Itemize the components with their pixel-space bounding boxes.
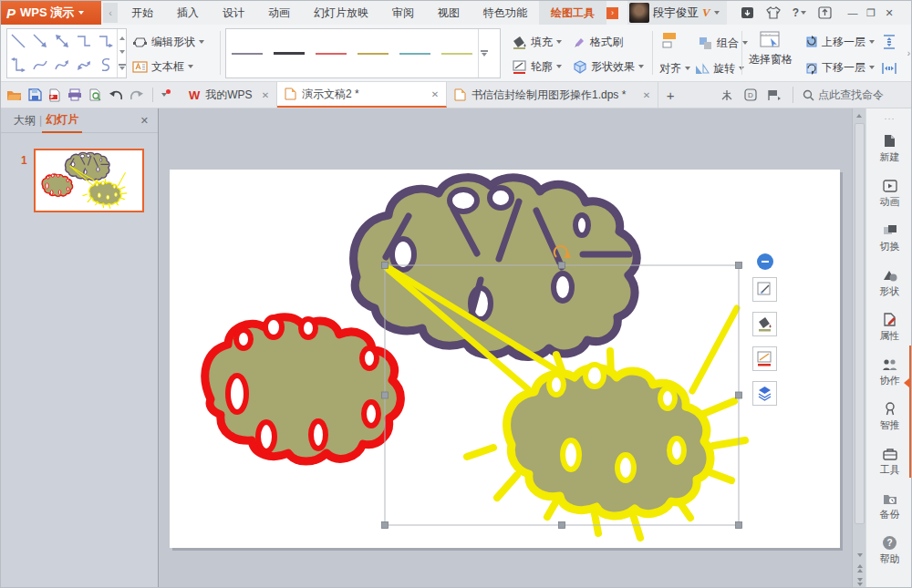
rail-item-animation[interactable]: 动画	[866, 171, 912, 216]
drawing-tools-arrow-icon[interactable]: ›	[606, 7, 618, 19]
line-gallery-more[interactable]	[478, 29, 490, 77]
canvas-area[interactable]	[159, 108, 852, 588]
distribute-vertical-button[interactable]	[882, 31, 896, 53]
selection-handle[interactable]	[382, 522, 389, 529]
close-tab-icon[interactable]: ✕	[643, 90, 650, 100]
tab-design[interactable]: 设计	[211, 1, 256, 25]
collapse-tabs-button[interactable]: ‹	[103, 3, 118, 23]
restore-button[interactable]: ❐	[862, 1, 880, 25]
elbow-connector-shape[interactable]	[73, 29, 95, 53]
selection-handle[interactable]	[382, 263, 389, 269]
curved-arrow-connector-shape[interactable]	[51, 53, 73, 77]
rail-item-help[interactable]: ? 帮助	[866, 529, 912, 573]
wps-logo[interactable]: P WPS 演示	[1, 1, 101, 25]
tab-home[interactable]: 开始	[119, 1, 165, 25]
rail-item-transition[interactable]: 切换	[866, 216, 912, 261]
vertical-scrollbar[interactable]	[852, 108, 865, 588]
float-arrange-layers-button[interactable]	[752, 381, 777, 406]
fullscreen-upload-icon[interactable]	[817, 6, 833, 20]
fill-button[interactable]: 填充	[512, 31, 562, 53]
slide-canvas[interactable]	[170, 170, 840, 548]
rail-handle-icon[interactable]: ···	[885, 114, 896, 127]
tab-view[interactable]: 视图	[426, 1, 472, 25]
close-tab-icon[interactable]: ✕	[431, 89, 439, 99]
close-button[interactable]: ✕	[880, 1, 898, 25]
bring-forward-button[interactable]: 上移一层	[803, 31, 875, 53]
line-style-option[interactable]	[226, 53, 268, 55]
line-style-option[interactable]	[352, 53, 394, 55]
rail-item-properties[interactable]: 属性	[866, 305, 912, 350]
shape-effects-button[interactable]: 形状效果	[573, 56, 644, 77]
slide-thumbnail-1[interactable]	[34, 149, 144, 212]
minimize-button[interactable]: —	[844, 1, 862, 25]
user-account[interactable]: 段宇俊亚 V	[627, 1, 727, 25]
group-button[interactable]: 组合	[698, 32, 748, 54]
rail-item-smart[interactable]: 智推	[866, 395, 912, 439]
rotate-button[interactable]: 旋转	[694, 57, 744, 79]
docer-rice-icon[interactable]	[720, 89, 733, 101]
docer-d-icon[interactable]: D	[744, 88, 757, 101]
print-icon[interactable]	[67, 88, 82, 101]
line-style-option[interactable]	[436, 53, 478, 55]
text-box-button[interactable]: 文本框	[132, 56, 193, 77]
outline-button[interactable]: 轮廓	[512, 56, 562, 77]
float-fill-button[interactable]	[752, 312, 777, 336]
rail-item-tools[interactable]: 工具	[866, 439, 912, 484]
selection-handle[interactable]	[559, 263, 565, 269]
new-tab-button[interactable]: +	[658, 82, 682, 108]
tab-animation[interactable]: 动画	[256, 1, 302, 25]
skin-shirt-icon[interactable]	[766, 6, 782, 20]
close-panel-icon[interactable]: ✕	[140, 115, 149, 127]
previous-slide-button[interactable]	[853, 562, 866, 575]
selection-handle[interactable]	[736, 392, 742, 398]
redo-icon[interactable]	[130, 89, 144, 101]
undo-icon[interactable]	[109, 89, 123, 101]
selection-pane-button[interactable]: 选择窗格	[745, 30, 796, 67]
customize-quick-access-button[interactable]	[161, 93, 167, 97]
next-slide-button[interactable]	[853, 575, 866, 588]
gallery-more-icon[interactable]	[119, 64, 126, 70]
selection-handle[interactable]	[382, 392, 389, 398]
s-curve-shape[interactable]	[95, 53, 117, 77]
open-folder-icon[interactable]	[6, 88, 22, 101]
rail-item-shape[interactable]: 形状	[866, 261, 912, 305]
tab-special-features[interactable]: 特色功能	[472, 1, 539, 25]
feedback-flag-icon[interactable]	[768, 89, 782, 101]
align-button[interactable]: 对齐	[659, 57, 690, 79]
line-style-option[interactable]	[394, 53, 436, 55]
float-edit-shape-button[interactable]	[752, 277, 777, 302]
send-backward-button[interactable]: 下移一层	[803, 57, 875, 78]
save-icon[interactable]	[28, 88, 42, 101]
format-painter-button[interactable]: 格式刷	[573, 31, 623, 53]
selection-handle[interactable]	[736, 263, 742, 269]
collapse-float-toolbar-button[interactable]	[757, 253, 773, 270]
tab-review[interactable]: 审阅	[380, 1, 426, 25]
scroll-up-button[interactable]	[853, 108, 866, 122]
rail-item-backup[interactable]: 备份	[866, 484, 912, 529]
slides-tab[interactable]: 幻灯片	[42, 108, 82, 133]
distribute-horizontal-button[interactable]	[882, 57, 896, 79]
double-arrow-shape[interactable]	[51, 29, 73, 53]
message-center-icon[interactable]	[740, 6, 755, 20]
help-menu[interactable]: ?	[793, 6, 806, 19]
outline-tab[interactable]: 大纲	[10, 113, 39, 129]
export-pdf-icon[interactable]	[48, 88, 61, 102]
gallery-scroll-down-icon[interactable]	[119, 50, 125, 54]
arrow-shape[interactable]	[29, 29, 51, 53]
gallery-scroll-up-icon[interactable]	[119, 36, 125, 40]
step-arrow-connector-shape[interactable]	[7, 53, 29, 77]
selection-handle[interactable]	[559, 522, 565, 529]
doc-tab-presentation2[interactable]: 演示文稿2 * ✕	[277, 82, 447, 108]
scroll-down-button[interactable]	[853, 548, 866, 562]
tab-slideshow[interactable]: 幻灯片放映	[302, 1, 380, 25]
search-input[interactable]	[818, 88, 906, 101]
tab-drawing-tools[interactable]: 绘图工具	[539, 1, 606, 25]
ribbon-collapse-icon[interactable]: ›	[907, 48, 910, 58]
curved-connector-shape[interactable]	[29, 53, 51, 77]
line-style-option[interactable]	[310, 53, 352, 55]
rail-item-collaborate[interactable]: 协作	[866, 350, 912, 395]
selection-handle[interactable]	[736, 522, 742, 529]
edit-shape-button[interactable]: 编辑形状	[132, 31, 204, 53]
close-tab-icon[interactable]: ✕	[262, 90, 269, 100]
line-style-option[interactable]	[268, 52, 310, 55]
